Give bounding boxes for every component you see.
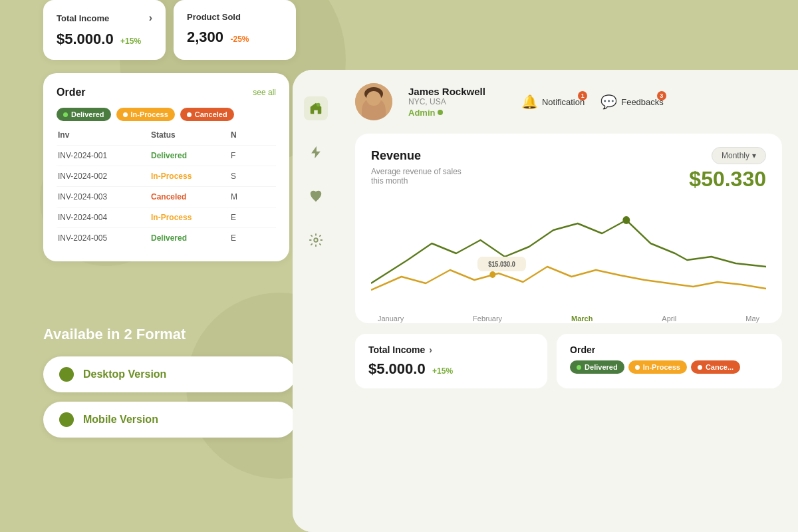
desktop-version-button[interactable]: Desktop Version [43,356,296,392]
right-panel: James Rockwell NYC, USA Admin 🔔 1 Notifi… [293,70,798,532]
sidebar-item-settings[interactable] [304,228,328,252]
badge-canceled[interactable]: Canceled [180,108,234,121]
feedback-button[interactable]: 💬 3 Feedbacks [600,94,664,110]
sidebar-item-home[interactable] [304,96,328,120]
chart-month-jan: January [378,315,404,323]
bottom-cards: Total Income › $5.000.0 +15% Order Deliv… [355,334,782,388]
order-card-header: Order see all [57,86,276,98]
avatar [355,83,392,120]
chevron-down-icon: ▾ [752,151,756,160]
sidebar-item-lightning[interactable] [304,140,328,164]
role-dot [438,110,443,115]
row-n-3: M [231,192,275,201]
bottom-badge-delivered[interactable]: Delivered [570,360,624,374]
svg-point-7 [376,100,378,102]
badge-dot-canceled [187,112,192,117]
badge-dot-delivered [63,112,68,117]
user-role: Admin [408,108,443,118]
badge-dot-inprocess [123,112,128,117]
table-row: INV-2024-005 Delivered E [57,227,276,248]
notification-button[interactable]: 🔔 1 Notification [521,94,585,110]
svg-point-5 [367,104,380,112]
monthly-label: Monthly [722,151,749,160]
revenue-chart: $15.030.0 [371,203,766,307]
user-info: James Rockwell NYC, USA Admin [408,86,485,118]
svg-point-6 [369,100,372,102]
sidebar-nav [293,70,339,532]
svg-point-8 [362,114,386,120]
row-inv-1: INV-2024-001 [58,151,151,160]
mobile-version-button[interactable]: Mobile Version [43,402,296,438]
stat-label: Total Income [57,13,109,23]
bottom-badge-canceled[interactable]: Cance... [691,360,740,374]
mobile-label: Mobile Version [83,414,158,426]
chart-month-apr: April [662,315,676,323]
stat-change: +15% [120,37,141,46]
bottom-income-title: Total Income › [368,344,534,355]
income-value-row: $5.000.0 +15% [368,360,534,378]
order-card: Order see all Delivered In-Process Cance… [43,73,289,261]
table-row: INV-2024-001 Delivered F [57,145,276,166]
row-inv-3: INV-2024-003 [58,192,151,201]
product-sold-card: Product Sold 2,300 -25% [174,0,296,60]
total-income-card: Total Income › $5.000.0 +15% [43,0,166,60]
stat-value-row-2: 2,300 -25% [187,29,283,46]
bottom-order-title: Order [570,344,769,355]
chart-month-mar: March [571,315,593,323]
income-arrow-icon[interactable]: › [429,344,432,355]
bottom-badge-dot-del [577,365,581,370]
row-inv-2: INV-2024-002 [58,172,151,181]
col-status: Status [151,130,231,140]
row-n-1: F [231,151,275,160]
badge-inprocess[interactable]: In-Process [116,108,175,121]
col-n: N [231,130,275,140]
bottom-income-card: Total Income › $5.000.0 +15% [355,334,547,388]
badge-label-inprocess: In-Process [131,110,168,118]
bottom-badge-label-del: Delivered [585,363,618,371]
lightning-icon [309,145,323,160]
bottom-badge-dot-inp [635,365,640,370]
stat-card-header: Total Income › [57,12,152,24]
revenue-header: Revenue Monthly ▾ [371,147,766,164]
order-title-text: Order [570,344,595,355]
table-row: INV-2024-002 In-Process S [57,166,276,186]
row-inv-5: INV-2024-005 [58,233,151,243]
chart-peak-dot [622,216,630,224]
formats-title: Availabe in 2 Format [43,326,296,343]
row-status-1: Delivered [151,151,231,160]
sidebar-item-heart[interactable] [304,184,328,208]
chart-tooltip-dot [489,271,495,278]
chat-icon: 💬 [600,94,617,110]
table-row: INV-2024-003 Canceled M [57,186,276,207]
row-status-3: Canceled [151,192,231,201]
revenue-card: Revenue Monthly ▾ Average revenue of sal… [355,134,782,323]
income-change: +15% [432,366,453,376]
bottom-badge-inprocess[interactable]: In-Process [628,360,687,374]
badge-delivered[interactable]: Delivered [57,108,111,121]
feedback-badge: 3 [657,91,666,100]
stat-arrow-icon[interactable]: › [149,12,152,24]
see-all-link[interactable]: see all [253,88,276,97]
monthly-filter-button[interactable]: Monthly ▾ [712,147,766,164]
svg-point-1 [314,238,318,242]
income-title-text: Total Income [368,344,425,355]
gear-icon [309,233,323,247]
revenue-amount: $50.330 [689,167,766,192]
bottom-order-card: Order Delivered In-Process Cance... [557,334,782,388]
role-text: Admin [408,108,435,118]
row-status-2: In-Process [151,172,231,181]
svg-point-4 [366,94,382,112]
home-icon [309,101,323,116]
bottom-badge-dot-can [698,365,702,370]
bottom-order-badges: Delivered In-Process Cance... [570,360,769,374]
revenue-subtitle: Average revenue of sales this month [371,167,471,186]
row-n-4: E [231,213,275,222]
avatar-face-svg [355,83,392,120]
stat-value-2: 2,300 [187,29,223,45]
chart-tooltip-text: $15.030.0 [488,261,515,268]
stat-value: $5.000.0 [57,31,114,47]
top-bar: James Rockwell NYC, USA Admin 🔔 1 Notifi… [355,83,782,120]
stat-card-header-2: Product Sold [187,12,283,22]
top-bar-right: 🔔 1 Notification 💬 3 Feedbacks [521,94,664,110]
notification-badge: 1 [578,91,587,100]
